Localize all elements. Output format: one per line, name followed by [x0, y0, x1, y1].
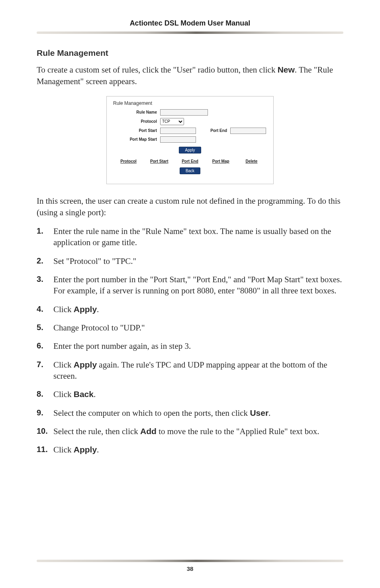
- port-start-input[interactable]: [160, 128, 196, 134]
- footer-divider: [37, 560, 343, 562]
- step-10-b: to move the rule to the "Applied Rule" t…: [157, 427, 319, 436]
- step-9-a: Select the computer on which to open the…: [53, 408, 250, 418]
- step-10-bold: Add: [140, 427, 157, 436]
- col-port-start: Port Start: [144, 159, 174, 163]
- step-5: Change Protocol to "UDP.": [37, 322, 343, 333]
- step-10: Select the rule, then click Add to move …: [37, 426, 343, 437]
- step-9: Select the computer on which to open the…: [37, 407, 343, 419]
- intro-paragraph: To create a custom set of rules, click t…: [37, 64, 343, 87]
- step-7-bold: Apply: [74, 360, 97, 369]
- protocol-select[interactable]: TCP: [160, 118, 184, 125]
- header-divider: [37, 31, 343, 34]
- step-2: Set "Protocol" to "TPC.": [37, 256, 343, 267]
- step-3: Enter the port number in the "Port Start…: [37, 274, 343, 297]
- label-port-start: Port Start: [113, 128, 157, 133]
- step-11-bold: Apply: [74, 445, 97, 454]
- step-7-a: Click: [53, 360, 74, 370]
- step-8: Click Back.: [37, 389, 343, 400]
- label-port-end: Port End: [199, 128, 227, 133]
- step-4: Click Apply.: [37, 304, 343, 315]
- step-8-b: .: [94, 389, 96, 399]
- port-end-input[interactable]: [230, 128, 266, 134]
- step-4-a: Click: [53, 305, 74, 314]
- col-port-map: Port Map: [206, 159, 236, 163]
- page-header-title: Actiontec DSL Modem User Manual: [37, 19, 343, 28]
- label-protocol: Protocol: [113, 119, 157, 124]
- section-heading: Rule Management: [37, 48, 343, 58]
- step-1: Enter the rule name in the "Rule Name" t…: [37, 226, 343, 248]
- table-header-row: Protocol Port Start Port End Port Map De…: [113, 159, 267, 163]
- step-6: Enter the port number again, as in step …: [37, 340, 343, 352]
- col-port-end: Port End: [174, 159, 205, 163]
- step-7: Click Apply again. The rule's TPC and UD…: [37, 359, 343, 382]
- figure-title: Rule Management: [113, 100, 267, 106]
- step-9-bold: User: [250, 408, 268, 417]
- step-11: Click Apply.: [37, 444, 343, 455]
- label-port-map-start: Port Map Start: [113, 137, 157, 142]
- intro-bold-new: New: [278, 65, 295, 74]
- step-10-a: Select the rule, then click: [53, 427, 140, 436]
- step-4-bold: Apply: [74, 305, 97, 314]
- port-map-start-input[interactable]: [160, 136, 196, 143]
- paragraph-2: In this screen, the user can create a cu…: [37, 195, 343, 218]
- steps-list: Enter the rule name in the "Rule Name" t…: [37, 226, 343, 456]
- back-button[interactable]: Back: [180, 167, 200, 174]
- col-protocol: Protocol: [113, 159, 144, 163]
- intro-text-a: To create a custom set of rules, click t…: [37, 65, 278, 75]
- step-9-b: .: [268, 408, 270, 418]
- rule-management-figure: Rule Management Rule Name Protocol TCP P…: [106, 96, 274, 184]
- apply-button[interactable]: Apply: [179, 147, 201, 153]
- label-rule-name: Rule Name: [113, 110, 157, 114]
- page-number: 38: [37, 565, 343, 572]
- step-11-a: Click: [53, 445, 74, 454]
- step-8-bold: Back: [74, 389, 94, 399]
- col-delete: Delete: [236, 159, 267, 163]
- step-11-b: .: [97, 445, 99, 454]
- step-4-b: .: [97, 305, 99, 314]
- rule-name-input[interactable]: [160, 109, 208, 116]
- step-8-a: Click: [53, 389, 74, 399]
